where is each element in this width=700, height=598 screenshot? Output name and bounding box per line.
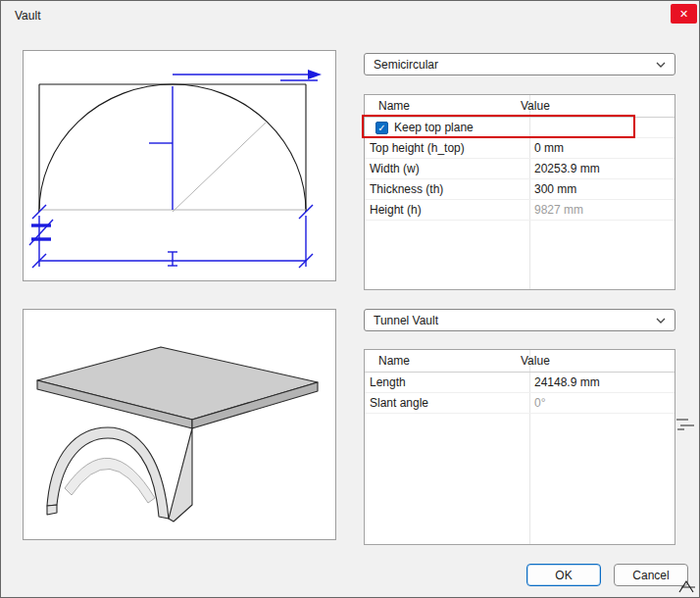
table-row-thickness[interactable]: Thickness (th) 300 mm bbox=[365, 179, 675, 200]
extrusion-dropdown-value: Tunnel Vault bbox=[374, 314, 438, 327]
vault-2d-drawing bbox=[24, 51, 335, 280]
checkmark-icon: ✓ bbox=[377, 123, 385, 133]
window-title: Vault bbox=[15, 9, 40, 23]
table-row-length[interactable]: Length 24148.9 mm bbox=[365, 373, 675, 393]
background-artifact-mark bbox=[675, 417, 698, 432]
background-artifact-mark bbox=[677, 578, 699, 596]
row-label: Width (w) bbox=[365, 162, 529, 175]
row-value[interactable]: 20253.9 mm bbox=[529, 162, 675, 175]
extrusion-parameters-table: Name Value Length 24148.9 mm Slant angle… bbox=[364, 349, 675, 545]
titlebar[interactable]: Vault ✕ bbox=[1, 1, 699, 30]
vault-2d-preview-panel bbox=[23, 50, 336, 281]
extrusion-type-dropdown[interactable]: Tunnel Vault bbox=[364, 309, 675, 331]
vault-3d-preview-panel bbox=[23, 309, 336, 540]
column-header-value: Value bbox=[516, 350, 675, 372]
table-row-height[interactable]: Height (h) 9827 mm bbox=[365, 200, 675, 221]
table-header-row: Name Value bbox=[365, 350, 675, 373]
row-value[interactable]: 0 mm bbox=[529, 141, 675, 155]
row-value[interactable]: 300 mm bbox=[529, 182, 675, 196]
profile-dropdown-value: Semicircular bbox=[374, 58, 438, 72]
row-label: Keep top plane bbox=[394, 121, 474, 134]
close-button[interactable]: ✕ bbox=[671, 4, 697, 24]
column-header-name: Name bbox=[365, 95, 516, 117]
row-value: 0° bbox=[529, 396, 675, 410]
chevron-down-icon bbox=[656, 62, 666, 68]
table-row-slant-angle[interactable]: Slant angle 0° bbox=[365, 393, 675, 414]
column-header-name: Name bbox=[365, 350, 516, 372]
row-label: Length bbox=[365, 375, 529, 389]
vault-3d-drawing bbox=[24, 310, 335, 539]
row-value: 9827 mm bbox=[529, 203, 675, 217]
row-label: Slant angle bbox=[365, 396, 529, 410]
row-label: Height (h) bbox=[365, 203, 529, 217]
close-icon: ✕ bbox=[679, 8, 688, 21]
table-row-keep-top-plane[interactable]: ✓ Keep top plane bbox=[365, 118, 675, 138]
row-value[interactable]: 24148.9 mm bbox=[529, 375, 675, 389]
table-row-top-height[interactable]: Top height (h_top) 0 mm bbox=[365, 138, 675, 159]
chevron-down-icon bbox=[656, 318, 666, 324]
profile-parameters-table: Name Value ✓ Keep top plane Top height (… bbox=[364, 94, 675, 290]
column-header-value: Value bbox=[516, 95, 675, 117]
profile-dropdown[interactable]: Semicircular bbox=[364, 53, 675, 75]
ok-button[interactable]: OK bbox=[526, 564, 601, 586]
row-label: Top height (h_top) bbox=[365, 141, 529, 155]
keep-top-plane-checkbox[interactable]: ✓ bbox=[375, 122, 388, 134]
row-label: Thickness (th) bbox=[365, 182, 529, 196]
table-row-width[interactable]: Width (w) 20253.9 mm bbox=[365, 159, 675, 179]
table-header-row: Name Value bbox=[365, 95, 675, 118]
